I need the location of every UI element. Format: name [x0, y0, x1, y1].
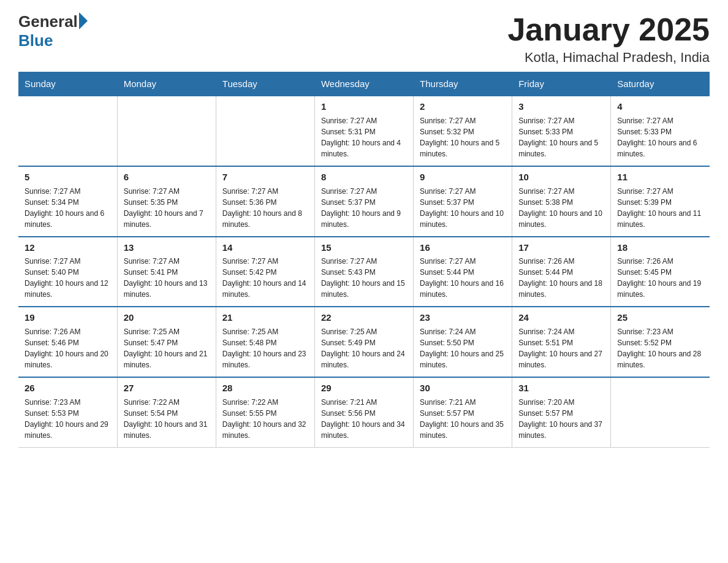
calendar-cell: 4Sunrise: 7:27 AM Sunset: 5:33 PM Daylig…: [611, 96, 710, 166]
day-number: 31: [518, 381, 604, 395]
day-number: 19: [25, 311, 111, 324]
day-number: 21: [222, 311, 308, 324]
day-number: 1: [321, 100, 407, 113]
calendar-cell: 28Sunrise: 7:22 AM Sunset: 5:55 PM Dayli…: [216, 377, 314, 447]
calendar-table: SundayMondayTuesdayWednesdayThursdayFrid…: [18, 72, 710, 448]
day-number: 29: [321, 381, 407, 395]
day-info: Sunrise: 7:27 AM Sunset: 5:41 PM Dayligh…: [124, 256, 210, 300]
day-number: 16: [420, 241, 506, 255]
calendar-cell: 21Sunrise: 7:25 AM Sunset: 5:48 PM Dayli…: [216, 307, 314, 377]
day-number: 9: [420, 170, 506, 184]
calendar-cell: [18, 96, 117, 166]
calendar-cell: 23Sunrise: 7:24 AM Sunset: 5:50 PM Dayli…: [414, 307, 512, 377]
day-info: Sunrise: 7:21 AM Sunset: 5:57 PM Dayligh…: [420, 397, 506, 441]
weekday-header-friday: Friday: [512, 72, 611, 96]
day-info: Sunrise: 7:24 AM Sunset: 5:51 PM Dayligh…: [518, 326, 604, 370]
logo-general-text: General: [18, 12, 78, 31]
day-number: 15: [321, 241, 407, 255]
calendar-cell: 29Sunrise: 7:21 AM Sunset: 5:56 PM Dayli…: [314, 377, 413, 447]
calendar-cell: 2Sunrise: 7:27 AM Sunset: 5:32 PM Daylig…: [414, 96, 512, 166]
weekday-header-thursday: Thursday: [414, 72, 512, 96]
calendar-cell: 26Sunrise: 7:23 AM Sunset: 5:53 PM Dayli…: [18, 377, 117, 447]
day-number: 30: [420, 381, 506, 395]
day-info: Sunrise: 7:23 AM Sunset: 5:52 PM Dayligh…: [617, 326, 703, 370]
day-number: 22: [321, 311, 407, 324]
day-number: 17: [518, 241, 604, 255]
calendar-week-4: 19Sunrise: 7:26 AM Sunset: 5:46 PM Dayli…: [18, 307, 710, 377]
day-info: Sunrise: 7:27 AM Sunset: 5:37 PM Dayligh…: [420, 186, 506, 230]
day-number: 5: [25, 170, 111, 184]
calendar-cell: 12Sunrise: 7:27 AM Sunset: 5:40 PM Dayli…: [18, 237, 117, 307]
weekday-header-wednesday: Wednesday: [314, 72, 413, 96]
day-info: Sunrise: 7:27 AM Sunset: 5:43 PM Dayligh…: [321, 256, 407, 300]
calendar-cell: 3Sunrise: 7:27 AM Sunset: 5:33 PM Daylig…: [512, 96, 611, 166]
day-number: 27: [124, 381, 210, 395]
calendar-body: 1Sunrise: 7:27 AM Sunset: 5:31 PM Daylig…: [18, 96, 710, 447]
day-info: Sunrise: 7:27 AM Sunset: 5:37 PM Dayligh…: [321, 186, 407, 230]
day-info: Sunrise: 7:27 AM Sunset: 5:34 PM Dayligh…: [25, 186, 111, 230]
calendar-cell: 14Sunrise: 7:27 AM Sunset: 5:42 PM Dayli…: [216, 237, 314, 307]
day-info: Sunrise: 7:27 AM Sunset: 5:32 PM Dayligh…: [420, 115, 506, 159]
calendar-cell: 9Sunrise: 7:27 AM Sunset: 5:37 PM Daylig…: [414, 166, 512, 237]
day-info: Sunrise: 7:23 AM Sunset: 5:53 PM Dayligh…: [25, 397, 111, 441]
day-number: 12: [25, 241, 111, 255]
day-number: 8: [321, 170, 407, 184]
weekday-header-sunday: Sunday: [18, 72, 117, 96]
day-number: 6: [124, 170, 210, 184]
day-number: 28: [222, 381, 308, 395]
day-info: Sunrise: 7:27 AM Sunset: 5:36 PM Dayligh…: [222, 186, 308, 230]
day-info: Sunrise: 7:27 AM Sunset: 5:40 PM Dayligh…: [25, 256, 111, 300]
calendar-cell: [117, 96, 216, 166]
day-number: 7: [222, 170, 308, 184]
logo-triangle-icon: [79, 12, 88, 29]
calendar-cell: 8Sunrise: 7:27 AM Sunset: 5:37 PM Daylig…: [314, 166, 413, 237]
calendar-cell: 10Sunrise: 7:27 AM Sunset: 5:38 PM Dayli…: [512, 166, 611, 237]
day-info: Sunrise: 7:25 AM Sunset: 5:47 PM Dayligh…: [124, 326, 210, 370]
day-number: 20: [124, 311, 210, 324]
calendar-cell: 7Sunrise: 7:27 AM Sunset: 5:36 PM Daylig…: [216, 166, 314, 237]
calendar-cell: [216, 96, 314, 166]
day-info: Sunrise: 7:25 AM Sunset: 5:49 PM Dayligh…: [321, 326, 407, 370]
day-number: 11: [617, 170, 703, 184]
day-info: Sunrise: 7:27 AM Sunset: 5:42 PM Dayligh…: [222, 256, 308, 300]
day-number: 25: [617, 311, 703, 324]
day-info: Sunrise: 7:27 AM Sunset: 5:35 PM Dayligh…: [124, 186, 210, 230]
day-number: 4: [617, 100, 703, 113]
day-number: 10: [518, 170, 604, 184]
calendar-cell: 25Sunrise: 7:23 AM Sunset: 5:52 PM Dayli…: [611, 307, 710, 377]
day-number: 24: [518, 311, 604, 324]
day-number: 2: [420, 100, 506, 113]
logo: General Blue: [18, 12, 88, 50]
calendar-cell: 20Sunrise: 7:25 AM Sunset: 5:47 PM Dayli…: [117, 307, 216, 377]
calendar-cell: 6Sunrise: 7:27 AM Sunset: 5:35 PM Daylig…: [117, 166, 216, 237]
day-info: Sunrise: 7:26 AM Sunset: 5:45 PM Dayligh…: [617, 256, 703, 300]
calendar-cell: 24Sunrise: 7:24 AM Sunset: 5:51 PM Dayli…: [512, 307, 611, 377]
day-number: 3: [518, 100, 604, 113]
day-info: Sunrise: 7:27 AM Sunset: 5:39 PM Dayligh…: [617, 186, 703, 230]
day-number: 14: [222, 241, 308, 255]
calendar-title-block: January 2025 Kotla, Himachal Pradesh, In…: [507, 12, 710, 66]
day-info: Sunrise: 7:26 AM Sunset: 5:46 PM Dayligh…: [25, 326, 111, 370]
calendar-cell: 1Sunrise: 7:27 AM Sunset: 5:31 PM Daylig…: [314, 96, 413, 166]
day-info: Sunrise: 7:22 AM Sunset: 5:54 PM Dayligh…: [124, 397, 210, 441]
calendar-cell: 18Sunrise: 7:26 AM Sunset: 5:45 PM Dayli…: [611, 237, 710, 307]
calendar-subtitle: Kotla, Himachal Pradesh, India: [507, 50, 710, 66]
day-info: Sunrise: 7:27 AM Sunset: 5:44 PM Dayligh…: [420, 256, 506, 300]
day-number: 18: [617, 241, 703, 255]
day-info: Sunrise: 7:24 AM Sunset: 5:50 PM Dayligh…: [420, 326, 506, 370]
calendar-cell: 30Sunrise: 7:21 AM Sunset: 5:57 PM Dayli…: [414, 377, 512, 447]
calendar-week-3: 12Sunrise: 7:27 AM Sunset: 5:40 PM Dayli…: [18, 237, 710, 307]
day-info: Sunrise: 7:21 AM Sunset: 5:56 PM Dayligh…: [321, 397, 407, 441]
logo-blue-text: Blue: [18, 31, 53, 50]
weekday-header-saturday: Saturday: [611, 72, 710, 96]
calendar-header: SundayMondayTuesdayWednesdayThursdayFrid…: [18, 72, 710, 96]
calendar-week-2: 5Sunrise: 7:27 AM Sunset: 5:34 PM Daylig…: [18, 166, 710, 237]
calendar-cell: 17Sunrise: 7:26 AM Sunset: 5:44 PM Dayli…: [512, 237, 611, 307]
day-info: Sunrise: 7:22 AM Sunset: 5:55 PM Dayligh…: [222, 397, 308, 441]
day-info: Sunrise: 7:27 AM Sunset: 5:33 PM Dayligh…: [617, 115, 703, 159]
calendar-cell: 31Sunrise: 7:20 AM Sunset: 5:57 PM Dayli…: [512, 377, 611, 447]
calendar-cell: [611, 377, 710, 447]
day-info: Sunrise: 7:25 AM Sunset: 5:48 PM Dayligh…: [222, 326, 308, 370]
calendar-title: January 2025: [507, 12, 710, 47]
calendar-cell: 16Sunrise: 7:27 AM Sunset: 5:44 PM Dayli…: [414, 237, 512, 307]
